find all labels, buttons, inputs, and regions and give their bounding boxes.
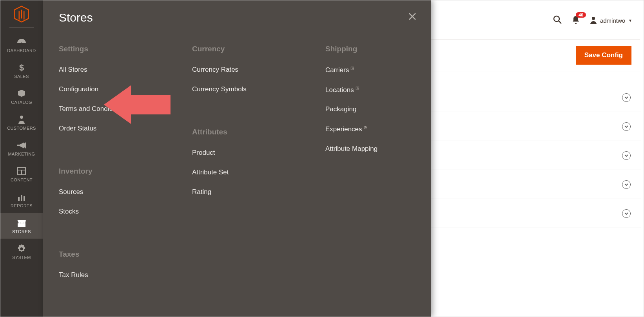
- link-all-stores[interactable]: All Stores: [59, 66, 153, 74]
- link-text: Carriers: [325, 66, 349, 74]
- sidebar-item-stores[interactable]: STORES: [0, 213, 43, 239]
- config-panel-row[interactable]: [431, 83, 641, 112]
- username: admintwo: [600, 17, 625, 24]
- chevron-down-icon[interactable]: [622, 93, 631, 102]
- section-heading-currency: Currency: [192, 45, 286, 53]
- link-locations[interactable]: Locations◳: [325, 86, 419, 94]
- svg-point-2: [20, 116, 23, 119]
- user-icon: [590, 16, 597, 24]
- link-currency-rates[interactable]: Currency Rates: [192, 66, 286, 74]
- link-terms-conditions[interactable]: Terms and Conditions: [59, 105, 153, 113]
- svg-rect-7: [21, 195, 22, 201]
- megaphone-icon: [16, 141, 27, 150]
- link-carriers[interactable]: Carriers◳: [325, 66, 419, 74]
- person-icon: [16, 115, 27, 124]
- svg-rect-6: [18, 197, 20, 201]
- flyout-columns: Settings All Stores Configuration Terms …: [59, 45, 415, 291]
- admin-sidebar: DASHBOARD $ SALES CATALOG CUSTOMERS MARK…: [0, 0, 43, 317]
- search-icon[interactable]: [553, 15, 562, 25]
- sidebar-label: SYSTEM: [12, 255, 31, 260]
- flyout-col-2: Currency Currency Rates Currency Symbols…: [192, 45, 286, 291]
- link-product[interactable]: Product: [192, 149, 286, 157]
- svg-line-13: [559, 21, 561, 24]
- external-icon: ◳: [364, 125, 367, 129]
- section-heading-taxes: Taxes: [59, 250, 153, 259]
- chevron-down-icon[interactable]: [622, 209, 631, 218]
- sidebar-item-catalog[interactable]: CATALOG: [0, 83, 43, 109]
- section-heading-settings: Settings: [59, 45, 153, 53]
- external-icon: ◳: [350, 66, 354, 70]
- link-experiences[interactable]: Experiences◳: [325, 125, 419, 133]
- link-rating[interactable]: Rating: [192, 188, 286, 196]
- caret-down-icon: ▼: [628, 18, 632, 23]
- sidebar-item-marketing[interactable]: MARKETING: [0, 135, 43, 161]
- sidebar-label: REPORTS: [11, 203, 33, 208]
- svg-rect-8: [24, 196, 25, 201]
- save-config-button[interactable]: Save Config: [576, 46, 631, 65]
- stores-flyout: Stores Settings All Stores Configuration…: [43, 0, 431, 317]
- sidebar-item-sales[interactable]: $ SALES: [0, 58, 43, 83]
- barchart-icon: [16, 192, 27, 202]
- notification-badge: 40: [576, 12, 586, 18]
- section-heading-shipping: Shipping: [325, 45, 419, 53]
- link-text: Locations: [325, 86, 354, 93]
- config-panels: [431, 83, 641, 228]
- admin-topbar: 40 admintwo ▼: [431, 0, 644, 39]
- chevron-down-icon[interactable]: [622, 151, 631, 160]
- config-panel-row[interactable]: [431, 141, 641, 170]
- magento-logo[interactable]: [12, 5, 31, 24]
- notifications-icon[interactable]: 40: [572, 15, 580, 25]
- sidebar-item-customers[interactable]: CUSTOMERS: [0, 109, 43, 135]
- section-heading-attributes: Attributes: [192, 128, 286, 136]
- link-stocks[interactable]: Stocks: [59, 208, 153, 216]
- sidebar-item-dashboard[interactable]: DASHBOARD: [0, 32, 43, 58]
- sidebar-item-content[interactable]: CONTENT: [0, 161, 43, 187]
- flyout-col-3: Shipping Carriers◳ Locations◳ Packaging …: [325, 45, 419, 291]
- sidebar-divider: [9, 27, 34, 28]
- link-sources[interactable]: Sources: [59, 188, 153, 196]
- svg-point-12: [554, 16, 559, 22]
- dashboard-icon: [16, 37, 27, 47]
- external-icon: ◳: [356, 86, 359, 90]
- sidebar-label: CONTENT: [11, 178, 33, 182]
- sidebar-label: MARKETING: [8, 152, 35, 156]
- user-menu[interactable]: admintwo ▼: [590, 16, 632, 24]
- config-panel-row[interactable]: [431, 199, 641, 228]
- gear-icon: [16, 244, 27, 254]
- box-icon: [16, 89, 27, 98]
- sidebar-label: SALES: [14, 74, 29, 79]
- link-attribute-mapping[interactable]: Attribute Mapping: [325, 145, 419, 153]
- link-currency-symbols[interactable]: Currency Symbols: [192, 85, 286, 93]
- close-icon[interactable]: [406, 10, 419, 23]
- sidebar-label: STORES: [12, 229, 31, 234]
- flyout-col-1: Settings All Stores Configuration Terms …: [59, 45, 153, 291]
- link-attribute-set[interactable]: Attribute Set: [192, 168, 286, 176]
- section-heading-inventory: Inventory: [59, 167, 153, 176]
- link-configuration[interactable]: Configuration: [59, 85, 153, 93]
- link-order-status[interactable]: Order Status: [59, 125, 153, 132]
- action-bar: Save Config: [431, 39, 640, 71]
- storefront-icon: [16, 218, 27, 228]
- config-panel-row[interactable]: [431, 170, 641, 199]
- sidebar-label: CATALOG: [11, 100, 32, 105]
- link-text: Experiences: [325, 125, 362, 133]
- config-panel-row[interactable]: [431, 112, 641, 141]
- svg-point-14: [592, 17, 595, 20]
- link-tax-rules[interactable]: Tax Rules: [59, 271, 153, 279]
- main-content: 40 admintwo ▼ Save Config: [431, 0, 644, 317]
- sidebar-item-reports[interactable]: REPORTS: [0, 187, 43, 213]
- sidebar-item-system[interactable]: SYSTEM: [0, 239, 43, 264]
- sidebar-label: DASHBOARD: [7, 48, 36, 53]
- sidebar-label: CUSTOMERS: [7, 126, 36, 130]
- chevron-down-icon[interactable]: [622, 180, 631, 189]
- layout-icon: [16, 167, 27, 176]
- flyout-title: Stores: [59, 11, 415, 24]
- link-packaging[interactable]: Packaging: [325, 105, 419, 113]
- chevron-down-icon[interactable]: [622, 122, 631, 131]
- dollar-icon: $: [16, 63, 27, 72]
